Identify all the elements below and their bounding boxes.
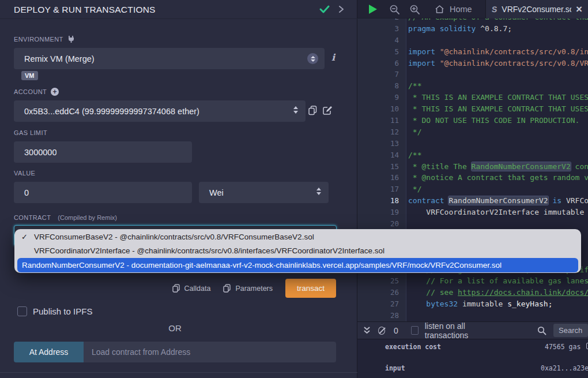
line-number: 19: [357, 207, 399, 218]
line-number: 26: [357, 287, 399, 298]
copy-account-icon[interactable]: [308, 106, 317, 115]
tab-vrfv2consumer[interactable]: S VRFv2Consumer.sol ×: [485, 0, 588, 18]
vm-badge: VM: [21, 71, 38, 80]
line-number: 16: [357, 172, 399, 184]
code-line: 12 */: [357, 126, 588, 138]
run-script-play-icon[interactable]: [369, 5, 377, 14]
deploy-run-panel: DEPLOY & RUN TRANSACTIONS ENVIRONMENT Re…: [0, 0, 357, 378]
code-line: 10 * THIS IS AN EXAMPLE CONTRACT THAT US…: [357, 103, 588, 115]
parameters-action[interactable]: Parameters: [223, 284, 273, 293]
terminal-output: execution cost47565 gasinput0xa21...a23e…: [357, 339, 588, 378]
line-number: 17: [357, 184, 399, 195]
terminal-search-icon: [537, 326, 546, 335]
line-number: 18: [357, 195, 399, 207]
solidity-file-icon: S: [491, 5, 497, 14]
zoom-in-icon[interactable]: [409, 4, 420, 15]
environment-label: ENVIRONMENT: [14, 35, 75, 43]
code-line: 19 VRFCoordinatorV2Interface immutable C…: [357, 207, 588, 218]
code-line: 28: [357, 310, 588, 321]
line-number: 4: [357, 35, 399, 46]
at-address-button[interactable]: At Address: [14, 342, 84, 362]
select-caret-icon: [293, 106, 298, 114]
terminal-row-key: input: [385, 364, 405, 372]
publish-ipfs-checkbox[interactable]: [17, 306, 27, 316]
publish-ipfs-label: Publish to IPFS: [33, 306, 92, 316]
line-number: 5: [357, 46, 399, 58]
line-number: 14: [357, 149, 399, 161]
selected-check-icon: ✓: [21, 230, 28, 244]
contract-option[interactable]: ✓VRFConsumerBaseV2 - @chainlink/contract…: [14, 230, 581, 244]
edit-account-icon[interactable]: [323, 106, 333, 115]
or-separator: OR: [0, 323, 350, 333]
contract-option[interactable]: RandomNumberConsumerV2 - documentation-g…: [17, 258, 578, 272]
code-line: 17 */: [357, 184, 588, 195]
transact-button[interactable]: transact: [285, 279, 336, 298]
value-label: VALUE: [14, 170, 35, 177]
account-select[interactable]: 0x5B3...eddC4 (99.99999999997374068 ethe…: [14, 100, 306, 122]
code-line: 4: [357, 35, 588, 46]
copy-parameters-icon: [223, 284, 231, 293]
gas-limit-input[interactable]: 3000000: [14, 141, 192, 163]
line-number: 25: [357, 275, 399, 287]
code-line: 16 * @notice A contract that gets random…: [357, 172, 588, 184]
code-editor[interactable]: 2// An example of a consumer contract th…: [357, 18, 588, 321]
page-title: DEPLOY & RUN TRANSACTIONS: [14, 0, 156, 19]
code-line: 6import "@chainlink/contracts/src/v0.8/V…: [357, 58, 588, 69]
line-number: 27: [357, 298, 399, 310]
publish-to-ipfs-row: Publish to IPFS: [17, 306, 92, 316]
close-tab-icon[interactable]: ×: [576, 5, 582, 14]
panel-divider: [0, 372, 357, 373]
listen-all-transactions-checkbox[interactable]: [411, 326, 419, 335]
environment-select[interactable]: Remix VM (Merge): [14, 48, 325, 69]
line-number: 28: [357, 310, 399, 321]
line-number: 20: [357, 218, 399, 230]
zoom-out-icon[interactable]: [389, 4, 400, 15]
home-icon: [435, 5, 444, 14]
line-number: 9: [357, 92, 399, 103]
line-number: 3: [357, 23, 399, 35]
select-caret-icon: [307, 53, 318, 64]
value-unit-select[interactable]: Wei: [199, 182, 329, 203]
line-number: 8: [357, 80, 399, 92]
add-account-icon[interactable]: +: [51, 88, 59, 96]
environment-info-icon[interactable]: i: [331, 52, 335, 63]
line-number: 13: [357, 138, 399, 149]
code-line: 7: [357, 69, 588, 80]
code-line: 14/**: [357, 149, 588, 161]
plug-icon: [67, 35, 75, 43]
select-caret-icon: [316, 188, 321, 195]
code-line: 20: [357, 218, 588, 230]
code-line: 3pragma solidity ^0.8.7;: [357, 23, 588, 35]
compile-success-check-icon: [319, 4, 330, 14]
code-line: 13: [357, 138, 588, 149]
code-line: 5import "@chainlink/contracts/src/v0.8/i…: [357, 46, 588, 58]
line-number: 6: [357, 58, 399, 69]
value-input[interactable]: 0: [14, 182, 192, 203]
code-line: 26 // see https://docs.chain.link/docs/v…: [357, 287, 588, 298]
code-line: 2// An example of a consumer contract th…: [357, 18, 588, 23]
code-line: 27 bytes32 immutable s_keyHash;: [357, 298, 588, 310]
contract-label: CONTRACT (Compiled by Remix): [14, 214, 117, 221]
terminal-row-value: 47565 gas: [545, 343, 588, 351]
expand-terminal-icon[interactable]: [363, 326, 371, 335]
terminal-search-input[interactable]: [553, 324, 588, 337]
line-number: 2: [357, 18, 399, 23]
line-number: 11: [357, 115, 399, 126]
collapse-panel-chevron-icon[interactable]: [338, 5, 345, 14]
line-number: 12: [357, 126, 399, 138]
account-label: ACCOUNT +: [14, 88, 59, 96]
editor-area: Home S VRFv2Consumer.sol × 2// An exampl…: [357, 0, 588, 378]
contract-option[interactable]: VRFCoordinatorV2Interface - @chainlink/c…: [14, 244, 581, 258]
listen-all-transactions-label: listen on all transactions: [425, 321, 497, 340]
pending-tx-count: 0: [394, 326, 398, 335]
code-line: 9 * THIS IS AN EXAMPLE CONTRACT THAT USE…: [357, 92, 588, 103]
calldata-action[interactable]: Calldata: [172, 284, 211, 293]
tab-home[interactable]: Home: [427, 0, 480, 18]
code-line: 8/**: [357, 80, 588, 92]
contract-dropdown-menu: ✓VRFConsumerBaseV2 - @chainlink/contract…: [14, 229, 581, 273]
line-number: 15: [357, 161, 399, 173]
clear-console-icon[interactable]: [378, 327, 385, 335]
line-number: 7: [357, 69, 399, 80]
at-address-input[interactable]: [84, 342, 336, 362]
terminal-toolbar: 0 listen on all transactions: [357, 321, 588, 339]
